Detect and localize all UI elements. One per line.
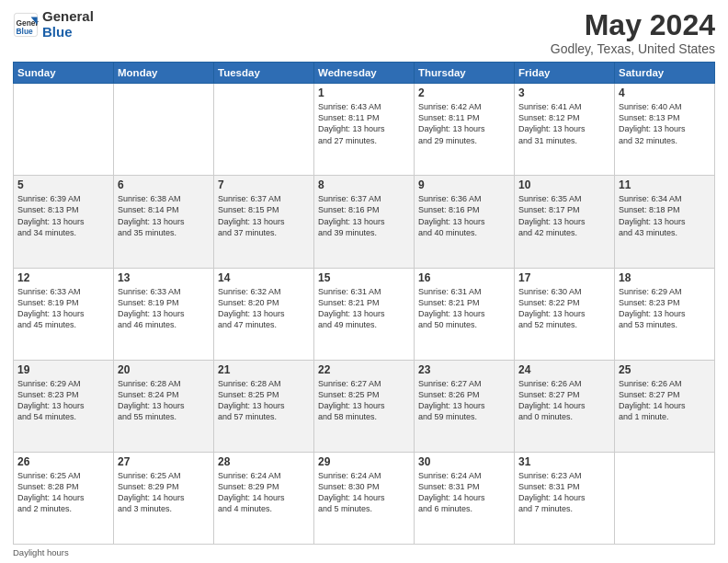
day-info: Sunrise: 6:25 AM Sunset: 8:29 PM Dayligh… — [118, 470, 210, 515]
day-info: Sunrise: 6:24 AM Sunset: 8:30 PM Dayligh… — [318, 470, 410, 515]
calendar-header-monday: Monday — [114, 63, 214, 84]
day-info: Sunrise: 6:37 AM Sunset: 8:16 PM Dayligh… — [318, 193, 410, 238]
day-info: Sunrise: 6:30 AM Sunset: 8:22 PM Dayligh… — [518, 286, 610, 331]
day-info: Sunrise: 6:40 AM Sunset: 8:13 PM Dayligh… — [619, 101, 711, 146]
calendar-cell-5-2: 27Sunrise: 6:25 AM Sunset: 8:29 PM Dayli… — [114, 452, 214, 544]
day-number: 8 — [318, 178, 410, 191]
calendar-header-friday: Friday — [515, 63, 615, 84]
day-info: Sunrise: 6:39 AM Sunset: 8:13 PM Dayligh… — [17, 193, 109, 238]
calendar-header-row: SundayMondayTuesdayWednesdayThursdayFrid… — [14, 63, 715, 84]
day-info: Sunrise: 6:31 AM Sunset: 8:21 PM Dayligh… — [318, 286, 410, 331]
footer-note: Daylight hours — [13, 547, 715, 557]
page-title: May 2024 — [551, 9, 715, 41]
svg-text:Blue: Blue — [17, 26, 33, 35]
day-number: 15 — [318, 271, 410, 284]
day-number: 9 — [418, 178, 510, 191]
day-info: Sunrise: 6:27 AM Sunset: 8:25 PM Dayligh… — [318, 378, 410, 423]
calendar-cell-3-6: 17Sunrise: 6:30 AM Sunset: 8:22 PM Dayli… — [515, 268, 615, 360]
calendar-cell-5-6: 31Sunrise: 6:23 AM Sunset: 8:31 PM Dayli… — [515, 452, 615, 544]
day-info: Sunrise: 6:43 AM Sunset: 8:11 PM Dayligh… — [318, 101, 410, 146]
calendar-cell-4-1: 19Sunrise: 6:29 AM Sunset: 8:23 PM Dayli… — [14, 360, 114, 452]
day-number: 29 — [318, 455, 410, 468]
day-number: 31 — [518, 455, 610, 468]
calendar-table: SundayMondayTuesdayWednesdayThursdayFrid… — [13, 62, 715, 545]
day-number: 12 — [17, 271, 109, 284]
calendar-cell-1-4: 1Sunrise: 6:43 AM Sunset: 8:11 PM Daylig… — [314, 84, 415, 176]
calendar-cell-5-1: 26Sunrise: 6:25 AM Sunset: 8:28 PM Dayli… — [14, 452, 114, 544]
day-number: 27 — [118, 455, 210, 468]
day-info: Sunrise: 6:26 AM Sunset: 8:27 PM Dayligh… — [619, 378, 711, 423]
day-info: Sunrise: 6:29 AM Sunset: 8:23 PM Dayligh… — [17, 378, 109, 423]
day-number: 28 — [218, 455, 310, 468]
day-number: 25 — [619, 363, 711, 376]
calendar-cell-3-3: 14Sunrise: 6:32 AM Sunset: 8:20 PM Dayli… — [214, 268, 314, 360]
day-info: Sunrise: 6:41 AM Sunset: 8:12 PM Dayligh… — [518, 101, 610, 146]
calendar-cell-2-5: 9Sunrise: 6:36 AM Sunset: 8:16 PM Daylig… — [415, 176, 515, 268]
day-number: 5 — [17, 178, 109, 191]
calendar-cell-5-4: 29Sunrise: 6:24 AM Sunset: 8:30 PM Dayli… — [314, 452, 415, 544]
day-info: Sunrise: 6:23 AM Sunset: 8:31 PM Dayligh… — [518, 470, 610, 515]
calendar-cell-3-7: 18Sunrise: 6:29 AM Sunset: 8:23 PM Dayli… — [615, 268, 715, 360]
calendar-cell-3-1: 12Sunrise: 6:33 AM Sunset: 8:19 PM Dayli… — [14, 268, 114, 360]
calendar-cell-3-2: 13Sunrise: 6:33 AM Sunset: 8:19 PM Dayli… — [114, 268, 214, 360]
logo-icon: General Blue — [13, 12, 39, 38]
day-number: 26 — [17, 455, 109, 468]
calendar-cell-5-3: 28Sunrise: 6:24 AM Sunset: 8:29 PM Dayli… — [214, 452, 314, 544]
calendar-cell-1-2 — [114, 84, 214, 176]
title-block: May 2024 Godley, Texas, United States — [551, 9, 715, 56]
day-number: 4 — [619, 86, 711, 99]
calendar-cell-2-7: 11Sunrise: 6:34 AM Sunset: 8:18 PM Dayli… — [615, 176, 715, 268]
top-bar: General Blue General Blue May 2024 Godle… — [13, 9, 715, 56]
calendar-cell-4-5: 23Sunrise: 6:27 AM Sunset: 8:26 PM Dayli… — [415, 360, 515, 452]
calendar-week-3: 12Sunrise: 6:33 AM Sunset: 8:19 PM Dayli… — [14, 268, 715, 360]
day-number: 30 — [418, 455, 510, 468]
day-info: Sunrise: 6:34 AM Sunset: 8:18 PM Dayligh… — [619, 193, 711, 238]
day-number: 11 — [619, 178, 711, 191]
day-number: 20 — [118, 363, 210, 376]
calendar-header-tuesday: Tuesday — [214, 63, 314, 84]
calendar-cell-1-5: 2Sunrise: 6:42 AM Sunset: 8:11 PM Daylig… — [415, 84, 515, 176]
calendar-cell-2-1: 5Sunrise: 6:39 AM Sunset: 8:13 PM Daylig… — [14, 176, 114, 268]
logo: General Blue General Blue — [13, 9, 94, 40]
day-number: 6 — [118, 178, 210, 191]
logo-blue: Blue — [42, 25, 94, 40]
calendar-cell-4-6: 24Sunrise: 6:26 AM Sunset: 8:27 PM Dayli… — [515, 360, 615, 452]
calendar-cell-4-4: 22Sunrise: 6:27 AM Sunset: 8:25 PM Dayli… — [314, 360, 415, 452]
day-number: 16 — [418, 271, 510, 284]
day-number: 21 — [218, 363, 310, 376]
page: General Blue General Blue May 2024 Godle… — [0, 0, 728, 563]
calendar-cell-1-3 — [214, 84, 314, 176]
day-number: 19 — [17, 363, 109, 376]
calendar-cell-4-3: 21Sunrise: 6:28 AM Sunset: 8:25 PM Dayli… — [214, 360, 314, 452]
calendar-cell-2-2: 6Sunrise: 6:38 AM Sunset: 8:14 PM Daylig… — [114, 176, 214, 268]
calendar-week-2: 5Sunrise: 6:39 AM Sunset: 8:13 PM Daylig… — [14, 176, 715, 268]
day-number: 3 — [518, 86, 610, 99]
day-info: Sunrise: 6:31 AM Sunset: 8:21 PM Dayligh… — [418, 286, 510, 331]
day-info: Sunrise: 6:29 AM Sunset: 8:23 PM Dayligh… — [619, 286, 711, 331]
day-info: Sunrise: 6:38 AM Sunset: 8:14 PM Dayligh… — [118, 193, 210, 238]
calendar-cell-1-6: 3Sunrise: 6:41 AM Sunset: 8:12 PM Daylig… — [515, 84, 615, 176]
day-info: Sunrise: 6:24 AM Sunset: 8:31 PM Dayligh… — [418, 470, 510, 515]
calendar-week-1: 1Sunrise: 6:43 AM Sunset: 8:11 PM Daylig… — [14, 84, 715, 176]
calendar-cell-2-4: 8Sunrise: 6:37 AM Sunset: 8:16 PM Daylig… — [314, 176, 415, 268]
day-number: 23 — [418, 363, 510, 376]
calendar-cell-2-3: 7Sunrise: 6:37 AM Sunset: 8:15 PM Daylig… — [214, 176, 314, 268]
calendar-cell-5-5: 30Sunrise: 6:24 AM Sunset: 8:31 PM Dayli… — [415, 452, 515, 544]
day-number: 24 — [518, 363, 610, 376]
day-number: 7 — [218, 178, 310, 191]
day-info: Sunrise: 6:33 AM Sunset: 8:19 PM Dayligh… — [118, 286, 210, 331]
day-info: Sunrise: 6:36 AM Sunset: 8:16 PM Dayligh… — [418, 193, 510, 238]
day-info: Sunrise: 6:24 AM Sunset: 8:29 PM Dayligh… — [218, 470, 310, 515]
day-info: Sunrise: 6:42 AM Sunset: 8:11 PM Dayligh… — [418, 101, 510, 146]
day-info: Sunrise: 6:27 AM Sunset: 8:26 PM Dayligh… — [418, 378, 510, 423]
calendar-cell-4-7: 25Sunrise: 6:26 AM Sunset: 8:27 PM Dayli… — [615, 360, 715, 452]
calendar-header-saturday: Saturday — [615, 63, 715, 84]
calendar-header-sunday: Sunday — [14, 63, 114, 84]
day-info: Sunrise: 6:32 AM Sunset: 8:20 PM Dayligh… — [218, 286, 310, 331]
calendar-week-4: 19Sunrise: 6:29 AM Sunset: 8:23 PM Dayli… — [14, 360, 715, 452]
day-info: Sunrise: 6:26 AM Sunset: 8:27 PM Dayligh… — [518, 378, 610, 423]
calendar-cell-5-7 — [615, 452, 715, 544]
calendar-header-thursday: Thursday — [415, 63, 515, 84]
day-info: Sunrise: 6:28 AM Sunset: 8:24 PM Dayligh… — [118, 378, 210, 423]
page-subtitle: Godley, Texas, United States — [551, 41, 715, 56]
